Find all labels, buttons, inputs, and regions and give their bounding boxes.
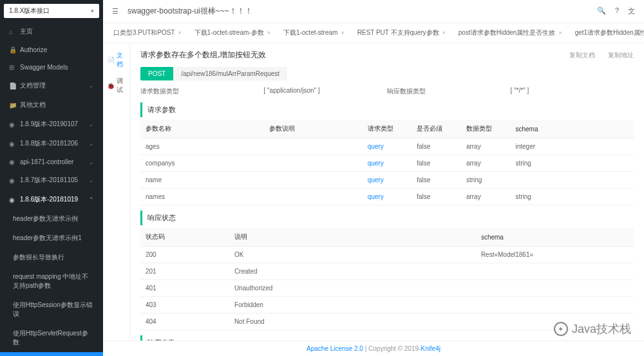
chevron-down-icon: ⌄ <box>89 82 94 89</box>
footer: Apache License 2.0 | Copyright © 2019-Kn… <box>103 341 644 356</box>
chevron-down-icon: ⌄ <box>89 121 94 127</box>
sidebar-item-otherdoc[interactable]: 📁其他文档 <box>0 95 103 115</box>
models-icon: ⊞ <box>9 64 16 71</box>
left-tabs: 📄文档 🐞调试 <box>103 43 130 341</box>
res-type-value: [ "*/*" ] <box>511 87 529 94</box>
watermark: ✦ Java技术栈 <box>554 321 631 337</box>
tab-5[interactable]: get1请求参数Hidden属性是否生效× <box>569 23 644 42</box>
sidebar-sub-2[interactable]: header参数无请求示例1 <box>0 229 103 248</box>
help-icon[interactable]: ? <box>615 6 619 16</box>
body: 📄文档 🐞调试 请求参数存在多个数组,增加按钮无效 复制文档 复制地址 POST… <box>103 43 644 341</box>
close-icon[interactable]: × <box>442 30 446 36</box>
main: ☰ swagger-bootstrap-ui很棒~~~！！！ 🔍 ? 文 口类型… <box>103 0 644 356</box>
doc-tab[interactable]: 📄文档 <box>103 48 129 71</box>
api-icon: ◉ <box>9 121 16 128</box>
debug-tab[interactable]: 🐞调试 <box>103 74 129 97</box>
search-icon[interactable]: 🔍 <box>597 6 606 16</box>
api-icon: ◉ <box>9 177 16 184</box>
sidebar-item-v189[interactable]: ◉1.8.9版本-20190107⌄ <box>0 115 103 134</box>
chevron-down-icon: ⌄ <box>89 140 94 147</box>
tab-2[interactable]: 下载1-octet-stream× <box>277 23 351 42</box>
table-row: namesqueryfalsearraystring <box>140 189 634 205</box>
chevron-down-icon: ⌄ <box>89 177 94 183</box>
req-type-label: 请求数据类型 <box>140 88 179 95</box>
sidebar-sub-4[interactable]: request mapping 中地址不支持path参数 <box>0 267 103 295</box>
req-type-value: [ "application/json" ] <box>264 87 320 94</box>
sidebar: 1.8.X版本接口 ▾ ⌂主页 🔒Authorize ⊞Swagger Mode… <box>0 0 103 356</box>
version-selector[interactable]: 1.8.X版本接口 ▾ <box>4 4 99 18</box>
sidebar-sub-7[interactable]: 请求参数存在多个数组,增加按钮无效 <box>0 352 103 356</box>
api-icon: ◉ <box>9 158 16 165</box>
chevron-up-icon: ⌃ <box>89 196 94 203</box>
doc-icon: 📄 <box>9 82 16 89</box>
doc-icon: 📄 <box>107 57 115 64</box>
tabs: 口类型3.PUT和POST× 下载1-octet-stream-参数× 下载1-… <box>103 23 644 43</box>
res-type-label: 响应数据类型 <box>387 88 426 95</box>
sidebar-item-v188[interactable]: ◉1.8.8版本-20181206⌄ <box>0 134 103 153</box>
api-icon: ◉ <box>9 140 16 147</box>
sidebar-sub-6[interactable]: 使用HttpServletRequest参数 <box>0 324 103 352</box>
folder-icon: 📁 <box>9 102 16 109</box>
copy-url-link[interactable]: 复制地址 <box>608 51 634 60</box>
sidebar-item-v186[interactable]: ◉1.8.6版本-20181019⌃ <box>0 190 103 209</box>
tab-3[interactable]: REST PUT 不支持query参数× <box>351 23 452 42</box>
close-icon[interactable]: × <box>341 30 344 36</box>
wechat-icon: ✦ <box>554 322 568 336</box>
version-text: 1.8.X版本接口 <box>9 6 50 15</box>
lang-icon[interactable]: 文 <box>628 6 635 16</box>
tab-1[interactable]: 下载1-octet-stream-参数× <box>188 23 277 42</box>
table-row: companysqueryfalsearraystring <box>140 155 634 172</box>
api-icon: ◉ <box>9 196 16 203</box>
sidebar-item-models[interactable]: ⊞Swagger Models <box>0 59 103 76</box>
copy-doc-link[interactable]: 复制文档 <box>569 51 595 60</box>
sidebar-item-api1871[interactable]: ◉api-1871-controller⌄ <box>0 153 103 171</box>
section-req-params: 请求参数 <box>140 102 634 117</box>
section-res-status: 响应状态 <box>140 211 634 225</box>
sidebar-item-home[interactable]: ⌂主页 <box>0 22 103 41</box>
tab-4[interactable]: post请求参数Hidden属性是否生效× <box>452 23 569 42</box>
table-row: 403Forbidden <box>140 297 634 314</box>
header: ☰ swagger-bootstrap-ui很棒~~~！！！ 🔍 ? 文 <box>103 0 644 23</box>
sidebar-menu: ⌂主页 🔒Authorize ⊞Swagger Models 📄文档管理⌄ 📁其… <box>0 22 103 356</box>
chevron-down-icon: ▾ <box>91 8 94 14</box>
project-link[interactable]: Knife4j <box>421 345 440 352</box>
sidebar-item-v187[interactable]: ◉1.8.7版本-20181105⌄ <box>0 171 103 190</box>
table-row: namequeryfalsestring <box>140 172 634 189</box>
table-row: agesqueryfalsearrayinteger <box>140 138 634 155</box>
chevron-down-icon: ⌄ <box>89 159 94 165</box>
method-badge: POST <box>140 67 173 80</box>
content: 请求参数存在多个数组,增加按钮无效 复制文档 复制地址 POST /api/ne… <box>130 43 644 341</box>
sidebar-sub-1[interactable]: header参数无请求示例 <box>0 209 103 229</box>
req-params-table: 参数名称 参数说明 请求类型 是否必须 数据类型 schema agesquer… <box>140 120 634 205</box>
app-title: swagger-bootstrap-ui很棒~~~！！！ <box>128 6 252 17</box>
license-link[interactable]: Apache License 2.0 <box>307 345 363 352</box>
sidebar-item-docmgr[interactable]: 📄文档管理⌄ <box>0 76 103 95</box>
close-icon[interactable]: × <box>267 30 270 36</box>
table-row: 200OKRest«Model1861» <box>140 247 634 263</box>
sidebar-sub-5[interactable]: 使用HttpSession参数显示错误 <box>0 295 103 324</box>
home-icon: ⌂ <box>9 28 16 35</box>
api-line: POST /api/new186/mulArrParamRequest <box>140 67 634 80</box>
table-row: 201Created <box>140 263 634 280</box>
api-title: 请求参数存在多个数组,增加按钮无效 <box>140 50 266 61</box>
lock-icon: 🔒 <box>9 46 16 53</box>
api-url: /api/new186/mulArrParamRequest <box>173 67 287 80</box>
tab-0[interactable]: 口类型3.PUT和POST× <box>107 23 188 42</box>
status-table: 状态码 说明 schema 200OKRest«Model1861»201Cre… <box>140 228 634 330</box>
menu-toggle-icon[interactable]: ☰ <box>112 7 118 15</box>
sidebar-item-authorize[interactable]: 🔒Authorize <box>0 41 103 59</box>
sidebar-sub-3[interactable]: 参数很长导致换行 <box>0 248 103 267</box>
close-icon[interactable]: × <box>178 30 182 36</box>
bug-icon: 🐞 <box>107 82 115 89</box>
close-icon[interactable]: × <box>558 30 562 36</box>
table-row: 401Unauthorized <box>140 280 634 297</box>
